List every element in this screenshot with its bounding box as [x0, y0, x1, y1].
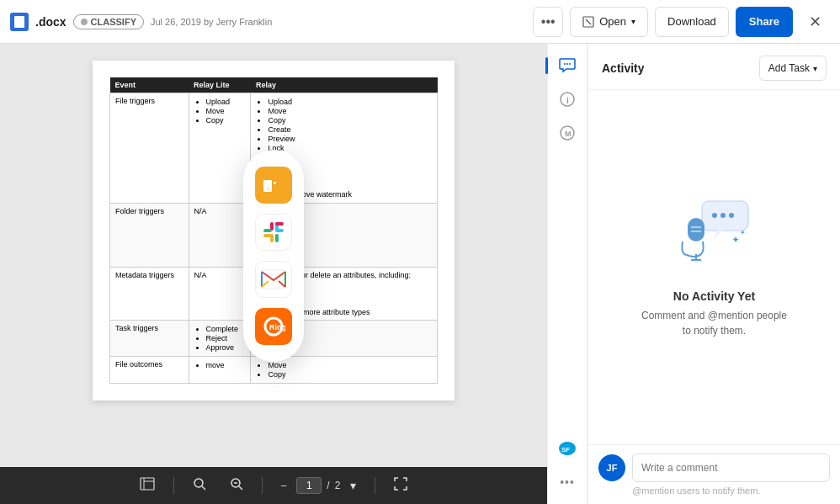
- next-page-button[interactable]: ▾: [345, 475, 361, 496]
- open-button[interactable]: Open ▾: [570, 7, 648, 37]
- sidebar-item-comments[interactable]: [552, 50, 582, 81]
- file-icon-inner: [14, 16, 24, 28]
- open-icon: [582, 16, 594, 28]
- app-popup: ↓: [243, 150, 304, 362]
- add-task-button[interactable]: Add Task ▾: [759, 56, 827, 81]
- sidebar-item-salesforce[interactable]: SF: [552, 433, 582, 464]
- page-info: – / 2 ▾: [276, 475, 362, 496]
- svg-point-26: [569, 63, 571, 65]
- add-task-chevron: ▾: [813, 64, 817, 73]
- slack-app-button[interactable]: [255, 214, 292, 251]
- svg-point-19: [194, 479, 203, 487]
- gmail-icon: [255, 261, 292, 298]
- svg-rect-10: [275, 234, 279, 242]
- share-button[interactable]: Share: [736, 7, 793, 37]
- event-cell: Task triggers: [110, 321, 189, 357]
- svg-text:i: i: [566, 96, 569, 105]
- svg-text:✦: ✦: [740, 229, 746, 236]
- svg-text:SF: SF: [561, 446, 570, 454]
- classify-label: CLASSIFY: [91, 17, 136, 27]
- ring-logo-svg: Ring: [262, 315, 285, 338]
- outline-button[interactable]: [135, 474, 160, 497]
- ring-central-icon: Ring: [255, 308, 292, 345]
- activity-empty-title: No Activity Yet: [673, 289, 755, 303]
- comment-input[interactable]: [632, 454, 830, 482]
- avatar: JF: [598, 454, 625, 481]
- doc-content: Event Relay Lite Relay File triggers Upl…: [0, 44, 547, 467]
- open-label: Open: [599, 15, 626, 28]
- zoom-out-button[interactable]: [225, 474, 248, 497]
- activity-panel: Activity Add Task ▾: [587, 44, 840, 504]
- share-label: Share: [749, 15, 779, 28]
- slack-logo-svg: [261, 220, 286, 245]
- download-button[interactable]: Download: [655, 7, 729, 37]
- classify-badge[interactable]: CLASSIFY: [73, 14, 144, 29]
- prev-page-button[interactable]: –: [276, 476, 292, 495]
- file-subtitle: Jul 26, 2019 by Jerry Franklin: [151, 17, 272, 27]
- svg-rect-7: [263, 229, 272, 232]
- activity-illustration: ✦ ✦: [673, 197, 757, 276]
- svg-rect-3: [274, 182, 276, 184]
- comment-row: JF: [598, 454, 830, 482]
- event-cell: Folder triggers: [110, 204, 189, 268]
- comment-icon: [559, 57, 576, 74]
- search-icon: [193, 477, 206, 491]
- svg-point-25: [566, 63, 568, 65]
- metadata-icon: M: [559, 125, 576, 141]
- svg-line-23: [239, 486, 242, 490]
- activity-empty-state: ✦ ✦ No Activity Yet Comment and @mention…: [588, 90, 840, 444]
- svg-point-24: [564, 63, 566, 65]
- mention-hint: @mention users to notify them.: [598, 485, 830, 496]
- main-content: Event Relay Lite Relay File triggers Upl…: [0, 44, 840, 504]
- slack-icon: [255, 214, 292, 251]
- box-icon: ↓: [255, 167, 292, 204]
- fullscreen-icon: [394, 477, 407, 491]
- activity-empty-hint: Comment and @mention peopleto notify the…: [641, 308, 787, 338]
- sidebar-more-dots: •••: [560, 475, 575, 489]
- activity-header: Activity Add Task ▾: [588, 44, 840, 90]
- download-label: Download: [667, 15, 716, 28]
- col-relay-lite: Relay Lite: [189, 77, 251, 93]
- more-icon: •••: [541, 14, 556, 29]
- svg-text:↓: ↓: [266, 184, 269, 192]
- relay-lite-cell: UploadMoveCopy: [189, 93, 251, 204]
- zoom-out-icon: [230, 477, 243, 491]
- svg-point-35: [712, 213, 717, 218]
- svg-text:Ring: Ring: [269, 323, 285, 332]
- toolbar-sep-3: [375, 477, 375, 494]
- relay-lite-cell: N/A: [189, 204, 251, 268]
- page-separator: /: [327, 480, 329, 491]
- close-button[interactable]: ✕: [800, 7, 830, 37]
- doc-toolbar: – / 2 ▾: [0, 467, 547, 504]
- event-cell: File outcomes: [110, 357, 189, 384]
- fullscreen-button[interactable]: [389, 474, 412, 497]
- relay-lite-cell: move: [189, 357, 251, 384]
- box-logo-svg: ↓: [262, 173, 285, 197]
- svg-rect-9: [270, 234, 274, 242]
- gmail-app-button[interactable]: [255, 261, 292, 298]
- svg-line-1: [586, 19, 591, 24]
- svg-rect-38: [688, 218, 704, 241]
- doc-viewer: Event Relay Lite Relay File triggers Upl…: [0, 44, 547, 504]
- relay-lite-cell: CompleteRejectApprove: [189, 321, 251, 357]
- box-app-button[interactable]: ↓: [255, 167, 292, 204]
- sidebar-more-button[interactable]: •••: [552, 467, 582, 497]
- close-icon: ✕: [809, 13, 821, 31]
- more-button[interactable]: •••: [533, 7, 563, 37]
- gmail-logo-svg: [261, 269, 286, 289]
- sidebar-icons: i M SF •••: [547, 44, 587, 504]
- salesforce-icon: SF: [557, 438, 577, 459]
- page-total: 2: [335, 480, 341, 491]
- event-cell: Metadata triggers: [110, 268, 189, 321]
- toolbar-sep-2: [262, 477, 263, 494]
- col-event: Event: [110, 77, 189, 93]
- sidebar-item-metadata[interactable]: M: [552, 118, 582, 148]
- page-number-input[interactable]: [296, 477, 322, 494]
- ring-central-app-button[interactable]: Ring: [255, 308, 292, 345]
- activity-title: Activity: [602, 61, 645, 75]
- search-button[interactable]: [188, 474, 211, 497]
- active-indicator: [545, 57, 548, 74]
- classify-dot: [81, 19, 88, 25]
- sidebar-item-info[interactable]: i: [552, 84, 582, 114]
- col-relay: Relay: [251, 77, 438, 93]
